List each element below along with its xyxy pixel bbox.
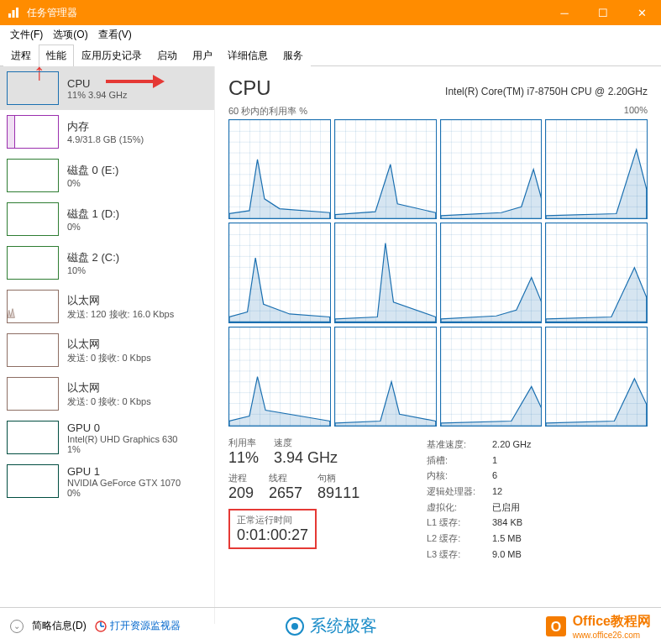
chevron-down-icon[interactable]: ⌄ <box>10 620 24 633</box>
uptime-value: 0:01:00:27 <box>237 526 308 544</box>
svg-rect-2 <box>16 8 18 18</box>
disk-thumb <box>7 159 59 192</box>
svg-marker-4 <box>153 75 165 88</box>
sidebar: CPU 11% 3.94 GHz 内存4.9/31.8 GB (15%) 磁盘 … <box>0 66 215 624</box>
tab-services[interactable]: 服务 <box>275 45 311 66</box>
eth-thumb <box>7 377 59 411</box>
uptime-highlight: 正常运行时间 0:01:00:27 <box>228 509 317 549</box>
menu-file[interactable]: 文件(F) <box>5 26 48 44</box>
titlebar: 任务管理器 ─ ☐ ✕ <box>0 0 661 25</box>
minimize-button[interactable]: ─ <box>545 0 584 25</box>
mem-thumb <box>7 115 59 149</box>
sidebar-item-gpu0[interactable]: GPU 0Intel(R) UHD Graphics 6301% <box>0 416 214 459</box>
core-graph <box>440 327 543 427</box>
resource-monitor-link[interactable]: 打开资源监视器 <box>95 619 181 633</box>
core-graph <box>440 223 543 322</box>
sidebar-item-memory[interactable]: 内存4.9/31.8 GB (15%) <box>0 110 214 154</box>
core-graph <box>228 223 331 322</box>
disk-thumb <box>7 246 59 280</box>
tab-details[interactable]: 详细信息 <box>220 45 275 66</box>
core-graph <box>334 119 437 219</box>
core-graph <box>545 223 648 322</box>
core-graph <box>228 327 331 427</box>
core-graph <box>440 119 543 219</box>
gpu-thumb <box>7 421 59 454</box>
svg-rect-0 <box>8 13 11 18</box>
util-value: 11% <box>228 449 259 467</box>
sidebar-item-eth1[interactable]: 以太网发送: 0 接收: 0 Kbps <box>0 328 214 372</box>
menu-options[interactable]: 选项(O) <box>48 26 92 44</box>
core-graph <box>545 327 648 427</box>
resmon-icon <box>95 620 107 632</box>
annotation-arrow-right <box>106 71 165 92</box>
core-graph <box>334 223 437 322</box>
tab-history[interactable]: 应用历史记录 <box>74 45 150 66</box>
util-label: 利用率 <box>228 437 259 449</box>
sidebar-item-gpu1[interactable]: GPU 1NVIDIA GeForce GTX 10700% <box>0 459 214 503</box>
footer: ⌄ 简略信息(D) 打开资源监视器 系统极客 O Office教程网www.of… <box>0 607 661 644</box>
brief-info-link[interactable]: 简略信息(D) <box>32 619 87 633</box>
uptime-label: 正常运行时间 <box>237 514 308 526</box>
office-icon: O <box>544 615 568 638</box>
maximize-button[interactable]: ☐ <box>584 0 622 25</box>
eth-thumb <box>7 333 59 367</box>
cpu-core-grid <box>228 119 648 427</box>
menubar: 文件(F) 选项(O) 查看(V) <box>0 25 661 44</box>
cpu-model: Intel(R) Core(TM) i7-8750H CPU @ 2.20GHz <box>445 86 648 97</box>
speed-value: 3.94 GHz <box>274 449 338 467</box>
core-graph <box>545 119 648 219</box>
gpu-thumb <box>7 464 59 498</box>
svg-rect-1 <box>13 10 15 18</box>
eth-thumb <box>7 290 59 323</box>
speed-label: 速度 <box>274 437 338 449</box>
menu-view[interactable]: 查看(V) <box>93 26 137 44</box>
sidebar-item-disk2[interactable]: 磁盘 2 (C:)10% <box>0 241 214 285</box>
graph-label-right: 100% <box>624 105 648 118</box>
watermark-center: 系统极客 <box>285 615 377 637</box>
window-title: 任务管理器 <box>27 6 545 20</box>
graph-label-left: 60 秒内的利用率 % <box>228 105 307 118</box>
watermark-right: O Office教程网www.office26.com <box>544 613 651 640</box>
sidebar-item-disk1[interactable]: 磁盘 1 (D:)0% <box>0 197 214 241</box>
watermark-icon <box>285 616 305 636</box>
tab-users[interactable]: 用户 <box>185 45 220 66</box>
tabs: 进程 性能 应用历史记录 启动 用户 详细信息 服务 ↑ <box>0 44 661 66</box>
svg-point-7 <box>291 623 298 630</box>
disk-thumb <box>7 202 59 236</box>
app-icon <box>7 6 20 19</box>
svg-text:O: O <box>550 620 560 634</box>
core-graph <box>228 119 331 219</box>
cpu-thumb <box>7 71 59 105</box>
sidebar-item-eth0[interactable]: 以太网发送: 120 接收: 16.0 Kbps <box>0 285 214 328</box>
sidebar-item-disk0[interactable]: 磁盘 0 (E:)0% <box>0 154 214 197</box>
sidebar-item-eth2[interactable]: 以太网发送: 0 接收: 0 Kbps <box>0 372 214 416</box>
main-panel: CPU Intel(R) Core(TM) i7-8750H CPU @ 2.2… <box>215 66 661 624</box>
cpu-heading: CPU <box>228 76 271 100</box>
tab-startup[interactable]: 启动 <box>150 45 185 66</box>
core-graph <box>334 327 437 427</box>
close-button[interactable]: ✕ <box>622 0 661 25</box>
